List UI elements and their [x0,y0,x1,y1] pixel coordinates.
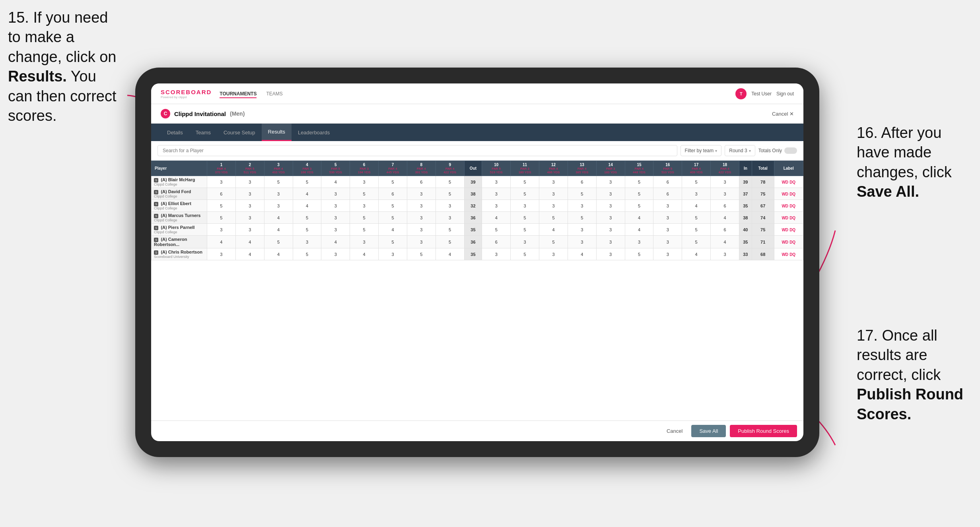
score-hole-11[interactable]: 5 [511,248,539,260]
score-hole-17[interactable]: 5 [682,176,711,188]
label-dq[interactable]: DQ [789,204,795,208]
label-wd[interactable]: WD [782,192,788,196]
nav-tournaments[interactable]: TOURNAMENTS [220,89,257,98]
score-hole-13[interactable]: 5 [568,188,596,200]
score-hole-1[interactable]: 5 [207,200,236,212]
score-hole-2[interactable]: 4 [235,248,264,260]
score-hole-12[interactable]: 5 [539,236,568,248]
label-dq[interactable]: DQ [789,240,795,244]
filter-by-team-dropdown[interactable]: Filter by team ▾ [681,145,722,156]
score-hole-14[interactable]: 3 [596,188,625,200]
score-hole-16[interactable]: 3 [653,236,682,248]
score-hole-13[interactable]: 4 [568,248,596,260]
score-hole-12[interactable]: 3 [539,176,568,188]
score-hole-1[interactable]: 3 [207,224,236,236]
label-wd[interactable]: WD [782,216,788,220]
score-hole-8[interactable]: 6 [407,176,436,188]
score-hole-18[interactable]: 6 [711,200,739,212]
score-hole-18[interactable]: 4 [711,236,739,248]
score-hole-18[interactable]: 3 [711,188,739,200]
score-hole-5[interactable]: 4 [321,176,350,188]
score-hole-14[interactable]: 3 [596,212,625,224]
score-hole-16[interactable]: 6 [653,188,682,200]
score-hole-16[interactable]: 3 [653,212,682,224]
score-hole-5[interactable]: 3 [321,188,350,200]
score-hole-6[interactable]: 3 [350,236,379,248]
score-hole-15[interactable]: 5 [625,176,653,188]
totals-only-toggle[interactable]: Totals Only [758,147,797,154]
score-hole-6[interactable]: 5 [350,224,379,236]
score-hole-16[interactable]: 3 [653,200,682,212]
label-wd[interactable]: WD [782,204,788,208]
score-hole-12[interactable]: 4 [539,224,568,236]
score-hole-11[interactable]: 5 [511,188,539,200]
score-hole-18[interactable]: 4 [711,212,739,224]
score-hole-7[interactable]: 5 [379,236,407,248]
score-hole-2[interactable]: 3 [235,188,264,200]
score-hole-14[interactable]: 3 [596,224,625,236]
score-hole-4[interactable]: 5 [293,248,321,260]
score-hole-9[interactable]: 5 [436,236,464,248]
score-hole-10[interactable]: 4 [482,212,511,224]
score-hole-13[interactable]: 3 [568,224,596,236]
score-hole-6[interactable]: 3 [350,176,379,188]
tab-teams[interactable]: Teams [189,124,217,141]
score-hole-2[interactable]: 3 [235,212,264,224]
save-all-button[interactable]: Save All [691,425,726,437]
score-hole-3[interactable]: 4 [264,248,293,260]
score-hole-18[interactable]: 6 [711,224,739,236]
score-hole-1[interactable]: 5 [207,212,236,224]
score-hole-16[interactable]: 3 [653,224,682,236]
score-hole-18[interactable]: 3 [711,248,739,260]
score-hole-17[interactable]: 5 [682,236,711,248]
score-hole-12[interactable]: 3 [539,248,568,260]
score-hole-15[interactable]: 4 [625,212,653,224]
score-hole-8[interactable]: 5 [407,248,436,260]
score-hole-9[interactable]: 3 [436,212,464,224]
score-hole-5[interactable]: 4 [321,236,350,248]
label-wd[interactable]: WD [782,252,788,257]
score-hole-1[interactable]: 6 [207,188,236,200]
score-hole-13[interactable]: 6 [568,176,596,188]
score-hole-9[interactable]: 3 [436,200,464,212]
score-hole-1[interactable]: 3 [207,248,236,260]
score-hole-2[interactable]: 3 [235,200,264,212]
score-hole-4[interactable]: 5 [293,176,321,188]
label-dq[interactable]: DQ [789,252,795,257]
score-hole-6[interactable]: 5 [350,188,379,200]
score-hole-15[interactable]: 5 [625,188,653,200]
score-hole-3[interactable]: 3 [264,200,293,212]
label-dq[interactable]: DQ [789,192,795,196]
score-hole-4[interactable]: 4 [293,200,321,212]
tab-leaderboards[interactable]: Leaderboards [292,124,336,141]
round-dropdown[interactable]: Round 3 ▾ [725,145,755,156]
score-hole-5[interactable]: 3 [321,248,350,260]
score-hole-1[interactable]: 4 [207,236,236,248]
score-hole-10[interactable]: 3 [482,176,511,188]
score-hole-3[interactable]: 4 [264,224,293,236]
score-hole-10[interactable]: 3 [482,200,511,212]
label-dq[interactable]: DQ [789,216,795,220]
score-hole-11[interactable]: 3 [511,200,539,212]
score-hole-11[interactable]: 5 [511,212,539,224]
toggle-switch[interactable] [784,147,797,154]
score-hole-4[interactable]: 5 [293,212,321,224]
score-hole-7[interactable]: 5 [379,212,407,224]
sign-out-link[interactable]: Sign out [776,91,794,97]
score-hole-14[interactable]: 3 [596,236,625,248]
score-hole-7[interactable]: 3 [379,248,407,260]
score-hole-8[interactable]: 3 [407,212,436,224]
tab-course-setup[interactable]: Course Setup [217,124,262,141]
tab-details[interactable]: Details [161,124,189,141]
score-hole-12[interactable]: 3 [539,188,568,200]
score-hole-10[interactable]: 5 [482,224,511,236]
score-hole-8[interactable]: 3 [407,200,436,212]
score-hole-13[interactable]: 3 [568,236,596,248]
score-hole-17[interactable]: 4 [682,248,711,260]
label-dq[interactable]: DQ [789,228,795,232]
score-hole-11[interactable]: 5 [511,176,539,188]
score-hole-2[interactable]: 3 [235,224,264,236]
score-hole-14[interactable]: 3 [596,248,625,260]
label-wd[interactable]: WD [782,228,788,232]
score-hole-4[interactable]: 4 [293,188,321,200]
